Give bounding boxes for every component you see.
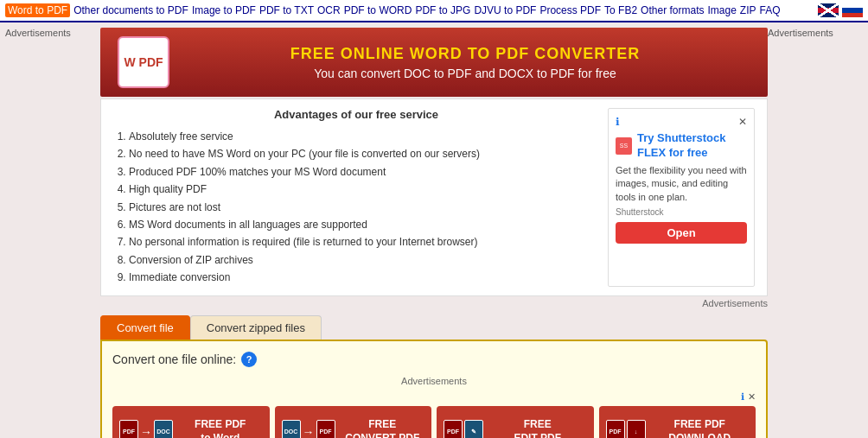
nav-zip[interactable]: ZIP: [740, 4, 756, 16]
doc-icon-2: DOC: [154, 420, 173, 438]
advantage-item: Immediate conversion: [129, 269, 599, 286]
ad-info-small-icon[interactable]: ℹ: [741, 391, 744, 403]
ad-banner-icons: PDF → DOC: [119, 420, 173, 438]
site-logo: W PDF: [118, 36, 169, 88]
ad-advertiser: Shutterstock: [616, 207, 747, 217]
ad-logo-row: SS Try Shutterstock FLEX for free: [616, 131, 747, 161]
header-banner: W PDF FREE ONLINE WORD TO PDF CONVERTER …: [100, 28, 768, 97]
arrow-icon: →: [303, 425, 315, 438]
convert-section: Convert one file online: ? Advertisement…: [100, 340, 768, 438]
ad-banner[interactable]: PDF → DOC FREE PDFto Word: [112, 406, 270, 438]
nav-ocr[interactable]: OCR: [317, 4, 341, 16]
doc-icon-1: PDF: [119, 420, 138, 438]
ad-banner-icons: DOC → PDF: [282, 420, 335, 438]
advantage-item: No personal information is required (fil…: [129, 233, 599, 251]
advantage-item: Absolutely free service: [129, 128, 599, 145]
ad-info-row: ℹ ✕: [112, 391, 756, 403]
advertisements-label: Advertisements: [100, 298, 768, 308]
ad-close-small-icon[interactable]: ✕: [748, 391, 756, 403]
ad-body-text: Get the flexibility you need with images…: [616, 164, 747, 204]
ad-logo-placeholder: SS: [616, 137, 632, 155]
doc-icon-2: PDF: [316, 420, 335, 438]
nav-faq[interactable]: FAQ: [760, 4, 781, 16]
content-area: W PDF FREE ONLINE WORD TO PDF CONVERTER …: [100, 28, 768, 438]
doc-icon-1: PDF: [606, 420, 625, 438]
ad-banner-text: FREE PDFto Word: [178, 418, 263, 438]
ad-box-right: ℹ ✕ SS Try Shutterstock FLEX for free Ge…: [608, 108, 755, 287]
nav-pdf-to-txt[interactable]: PDF to TXT: [259, 4, 314, 16]
banner-text: FREE ONLINE WORD TO PDF CONVERTER You ca…: [180, 45, 750, 80]
convert-title: Convert one file online:: [112, 352, 236, 366]
language-flags: [818, 3, 863, 17]
nav-pdf-to-jpg[interactable]: PDF to JPG: [415, 4, 470, 16]
ad-info-icon[interactable]: ℹ: [616, 116, 620, 128]
tabs-row: Convert file Convert zipped files: [100, 315, 768, 340]
ad-box-top: ℹ ✕: [616, 116, 747, 128]
nav-word-to-pdf[interactable]: Word to PDF: [5, 3, 70, 17]
nav-other-formats[interactable]: Other formats: [641, 4, 704, 16]
flag-ru[interactable]: [842, 3, 863, 17]
nav-image-to-pdf[interactable]: Image to PDF: [192, 4, 256, 16]
ad-banner-icons: PDF ↓: [606, 420, 646, 438]
nav-to-fb2[interactable]: To FB2: [604, 4, 637, 16]
advantage-item: No need to have MS Word on your PC (your…: [129, 145, 599, 162]
ad-banner[interactable]: PDF ↓ FREE PDFDOWNLOAD: [599, 406, 756, 438]
arrow-icon: →: [140, 425, 152, 438]
ad-banner[interactable]: DOC → PDF FREECONVERT PDF: [275, 406, 432, 438]
sidebar-right: Advertisements: [768, 28, 863, 438]
convert-title-row: Convert one file online: ?: [112, 352, 756, 367]
banner-subtitle: You can convert DOC to PDF and DOCX to P…: [180, 67, 750, 80]
inner-ads-label: Advertisements: [112, 376, 756, 386]
help-icon[interactable]: ?: [241, 352, 257, 367]
doc-icon-1: PDF: [444, 420, 463, 438]
ad-banner-text: FREECONVERT PDF: [341, 418, 425, 438]
advantages-section: Advantages of our free service Absolutel…: [100, 98, 768, 296]
doc-icon-1: DOC: [282, 420, 301, 438]
advantages-list: Advantages of our free service Absolutel…: [113, 108, 599, 287]
tab-convert-zipped[interactable]: Convert zipped files: [190, 315, 322, 340]
flag-uk[interactable]: [818, 3, 839, 17]
ad-banners-row: PDF → DOC FREE PDFto Word DOC → PDF FREE…: [112, 406, 756, 438]
top-navigation: Word to PDF Other documents to PDF Image…: [0, 0, 868, 22]
ad-banner-icons: PDF ✎: [444, 420, 483, 438]
ad-banner[interactable]: PDF ✎ FREEEDIT PDF: [437, 406, 594, 438]
ad-banner-text: FREE PDFDOWNLOAD: [651, 418, 750, 438]
advantages-title: Advantages of our free service: [113, 108, 599, 121]
advantage-item: Pictures are not lost: [129, 199, 599, 216]
banner-title: FREE ONLINE WORD TO PDF CONVERTER: [180, 45, 750, 63]
nav-image[interactable]: Image: [707, 4, 736, 16]
doc-icon-2: ↓: [627, 420, 646, 438]
advantages-ol: Absolutely free serviceNo need to have M…: [113, 128, 599, 287]
nav-djvu-to-pdf[interactable]: DJVU to PDF: [474, 4, 536, 16]
advantage-item: Produced PDF 100% matches your MS Word d…: [129, 163, 599, 181]
ad-headline: Try Shutterstock FLEX for free: [637, 131, 747, 161]
advantage-item: Conversion of ZIP archives: [129, 251, 599, 269]
ad-banner-text: FREEEDIT PDF: [488, 418, 587, 438]
advantage-item: High quality PDF: [129, 181, 599, 198]
advantage-item: MS Word documents in all languages are s…: [129, 216, 599, 233]
sidebar-left: Advertisements: [5, 28, 100, 438]
tab-convert-file[interactable]: Convert file: [100, 315, 190, 340]
nav-other-docs[interactable]: Other documents to PDF: [73, 4, 188, 16]
nav-pdf-to-word[interactable]: PDF to WORD: [344, 4, 412, 16]
doc-icon-2: ✎: [464, 420, 483, 438]
ad-close-button[interactable]: ✕: [738, 116, 747, 128]
nav-process-pdf[interactable]: Process PDF: [539, 4, 601, 16]
ad-open-button[interactable]: Open: [616, 222, 747, 244]
